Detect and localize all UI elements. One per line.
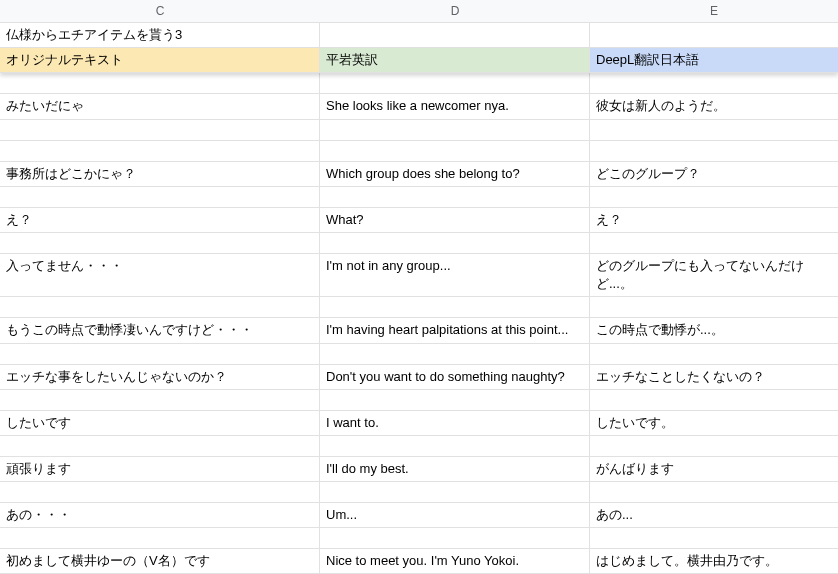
column-header-c[interactable]: C [0,0,320,23]
cell-col-e[interactable] [590,233,838,253]
cell-col-d[interactable]: I want to. [320,411,590,435]
cell-col-e[interactable]: あの... [590,503,838,527]
header-hiraiwa-translation[interactable]: 平岩英訳 [320,48,590,72]
cell-col-d[interactable]: She looks like a newcomer nya. [320,94,590,118]
table-row: 入ってません・・・I'm not in any group...どのグループにも… [0,254,838,297]
cell-col-d[interactable]: I'll do my best. [320,457,590,481]
cell-col-d[interactable] [320,390,590,410]
cell-col-e[interactable]: エッチなことしたくないの？ [590,365,838,389]
cell-col-c[interactable] [0,528,320,548]
cell-col-c[interactable] [0,120,320,140]
cell-col-e[interactable] [590,390,838,410]
cell-col-e[interactable]: え？ [590,208,838,232]
cell-col-c[interactable] [0,73,320,93]
column-header-row: C D E [0,0,838,23]
cell-col-e[interactable]: はじめまして。横井由乃です。 [590,549,838,573]
cell-col-d[interactable] [320,344,590,364]
cell-col-e[interactable]: がんばります [590,457,838,481]
table-row [0,73,838,94]
cell-col-e[interactable] [590,436,838,456]
cell-col-e[interactable]: この時点で動悸が...。 [590,318,838,342]
cell-col-d[interactable] [320,233,590,253]
table-row: あの・・・Um...あの... [0,503,838,528]
cell-col-d[interactable]: Nice to meet you. I'm Yuno Yokoi. [320,549,590,573]
cell-col-e[interactable] [590,344,838,364]
cell-col-c[interactable] [0,233,320,253]
table-row: 頑張りますI'll do my best.がんばります [0,457,838,482]
table-row [0,233,838,254]
empty-cell[interactable] [320,23,590,47]
sheet-title-cell[interactable]: 仏様からエチアイテムを貰う3 [0,23,320,47]
column-header-e[interactable]: E [590,0,838,23]
cell-col-c[interactable]: もうこの時点で動悸凄いんですけど・・・ [0,318,320,342]
cell-col-c[interactable] [0,390,320,410]
header-deepl-translation[interactable]: DeepL翻訳日本語 [590,48,838,72]
empty-cell[interactable] [590,23,838,47]
cell-col-d[interactable] [320,120,590,140]
table-row: したいですI want to.したいです。 [0,411,838,436]
cell-col-e[interactable]: 彼女は新人のようだ。 [590,94,838,118]
cell-col-e[interactable] [590,141,838,161]
cell-col-c[interactable] [0,141,320,161]
cell-col-c[interactable]: 初めまして横井ゆーの（V名）です [0,549,320,573]
cell-col-e[interactable] [590,73,838,93]
cell-col-e[interactable]: どのグループにも入ってないんだけど...。 [590,254,838,296]
cell-col-c[interactable] [0,482,320,502]
cell-col-c[interactable] [0,297,320,317]
table-row [0,482,838,503]
cell-col-c[interactable]: みたいだにゃ [0,94,320,118]
table-row [0,120,838,141]
data-rows: みたいだにゃShe looks like a newcomer nya.彼女は新… [0,73,838,574]
cell-col-d[interactable]: Which group does she belong to? [320,162,590,186]
cell-col-e[interactable] [590,482,838,502]
cell-col-e[interactable] [590,528,838,548]
cell-col-d[interactable]: Um... [320,503,590,527]
cell-col-c[interactable]: エッチな事をしたいんじゃないのか？ [0,365,320,389]
cell-col-d[interactable] [320,297,590,317]
cell-col-d[interactable]: What? [320,208,590,232]
title-row: 仏様からエチアイテムを貰う3 [0,23,838,48]
spreadsheet: C D E 仏様からエチアイテムを貰う3 オリジナルテキスト 平岩英訳 Deep… [0,0,838,574]
column-header-d[interactable]: D [320,0,590,23]
cell-col-d[interactable]: I'm having heart palpitations at this po… [320,318,590,342]
table-row [0,187,838,208]
cell-col-d[interactable]: I'm not in any group... [320,254,590,296]
cell-col-c[interactable]: 事務所はどこかにゃ？ [0,162,320,186]
table-row: 事務所はどこかにゃ？Which group does she belong to… [0,162,838,187]
cell-col-c[interactable] [0,187,320,207]
cell-col-c[interactable]: 頑張ります [0,457,320,481]
table-row [0,297,838,318]
cell-col-d[interactable] [320,482,590,502]
cell-col-c[interactable]: したいです [0,411,320,435]
cell-col-d[interactable]: Don't you want to do something naughty? [320,365,590,389]
cell-col-c[interactable] [0,436,320,456]
table-row: みたいだにゃShe looks like a newcomer nya.彼女は新… [0,94,838,119]
table-row: エッチな事をしたいんじゃないのか？Don't you want to do so… [0,365,838,390]
table-row: もうこの時点で動悸凄いんですけど・・・I'm having heart palp… [0,318,838,343]
cell-col-d[interactable] [320,141,590,161]
cell-col-d[interactable] [320,187,590,207]
header-original-text[interactable]: オリジナルテキスト [0,48,320,72]
cell-col-c[interactable] [0,344,320,364]
table-row: 初めまして横井ゆーの（V名）ですNice to meet you. I'm Yu… [0,549,838,574]
header-row: オリジナルテキスト 平岩英訳 DeepL翻訳日本語 [0,48,838,73]
cell-col-c[interactable]: あの・・・ [0,503,320,527]
cell-col-c[interactable]: え？ [0,208,320,232]
table-row [0,390,838,411]
table-row [0,141,838,162]
table-row [0,344,838,365]
cell-col-e[interactable] [590,187,838,207]
cell-col-e[interactable] [590,297,838,317]
cell-col-d[interactable] [320,528,590,548]
cell-col-c[interactable]: 入ってません・・・ [0,254,320,296]
cell-col-d[interactable] [320,436,590,456]
table-row [0,436,838,457]
cell-col-e[interactable]: どこのグループ？ [590,162,838,186]
cell-col-e[interactable] [590,120,838,140]
table-row [0,528,838,549]
cell-col-d[interactable] [320,73,590,93]
table-row: え？What?え？ [0,208,838,233]
cell-col-e[interactable]: したいです。 [590,411,838,435]
